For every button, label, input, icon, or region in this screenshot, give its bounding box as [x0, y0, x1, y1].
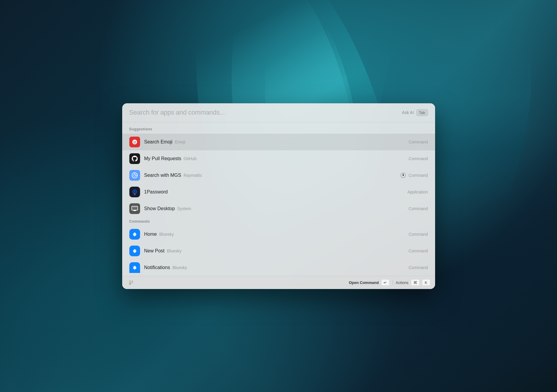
footer-bar: Open Command ↵ Actions ⌘ K [122, 276, 435, 289]
onepassword-icon [129, 187, 140, 197]
result-item-notifications[interactable]: Notifications Bluesky Command [122, 259, 435, 276]
bluesky-home-icon [129, 229, 140, 240]
search-right-controls: Ask AI Tab [402, 109, 428, 116]
svg-rect-22 [136, 207, 137, 208]
bluesky-notifications-icon [129, 262, 140, 273]
svg-line-25 [130, 284, 131, 285]
footer-actions-label: Actions [396, 280, 409, 285]
footer-k-kbd: K [422, 279, 430, 286]
result-text-pull-requests: My Pull Requests GitHub [144, 156, 404, 161]
search-input[interactable]: Search for apps and commands... [129, 109, 398, 116]
ask-ai-label[interactable]: Ask AI [402, 110, 414, 115]
result-type-search-mgs: Command [400, 172, 428, 178]
result-item-home[interactable]: Home Bluesky Command [122, 226, 435, 243]
svg-rect-17 [132, 207, 137, 210]
raymattic-icon [129, 170, 140, 181]
commands-section-label: Commands [122, 219, 435, 226]
footer-open-command-label: Open Command [349, 280, 378, 285]
result-type-search-emoji: Command [409, 140, 428, 144]
result-text-home: Home Bluesky [144, 232, 404, 237]
tab-badge[interactable]: Tab [416, 109, 428, 116]
result-type-show-desktop: Command [409, 206, 428, 211]
result-name: Search Emoji [144, 139, 173, 145]
spotlight-window: Search for apps and commands... Ask AI T… [122, 103, 435, 289]
result-subtitle: Bluesky [167, 249, 181, 253]
result-subtitle: System [177, 206, 191, 211]
result-item-1password[interactable]: 1Password Application [122, 184, 435, 200]
bluesky-new-post-icon [129, 246, 140, 256]
result-type-home: Command [409, 232, 428, 237]
result-name: 1Password [144, 189, 168, 195]
svg-point-9 [403, 175, 404, 176]
footer-cmd-kbd: ⌘ [411, 279, 420, 286]
suggestions-section-label: Suggestions [122, 127, 435, 134]
result-subtitle: GitHub [184, 156, 197, 161]
result-name: My Pull Requests [144, 156, 181, 161]
result-name: Home [144, 232, 157, 237]
svg-rect-20 [133, 207, 134, 208]
svg-point-2 [134, 141, 134, 142]
result-name: Show Desktop [144, 206, 175, 211]
result-item-search-emoji[interactable]: Search Emoji Emoji Command [122, 134, 435, 150]
emoji-icon [129, 137, 140, 147]
result-name: Search with MGS [144, 173, 181, 178]
result-text-search-emoji: Search Emoji Emoji [144, 139, 404, 145]
result-subtitle: Bluesky [159, 232, 174, 237]
result-type-new-post: Command [409, 249, 428, 253]
svg-marker-10 [403, 173, 404, 175]
svg-rect-21 [134, 207, 135, 208]
result-name: New Post [144, 248, 165, 254]
result-item-new-post[interactable]: New Post Bluesky Command [122, 243, 435, 259]
svg-point-3 [135, 141, 136, 142]
compass-type-icon [400, 172, 406, 178]
result-type-notifications: Command [409, 265, 428, 270]
result-type-pull-requests: Command [409, 156, 428, 161]
footer-mic-icon[interactable] [127, 278, 135, 287]
search-bar: Search for apps and commands... Ask AI T… [122, 103, 435, 122]
result-type-1password: Application [407, 190, 428, 194]
footer-divider [392, 280, 393, 285]
result-text-search-mgs: Search with MGS Raymattic [144, 173, 396, 178]
result-subtitle: Bluesky [173, 265, 187, 270]
result-subtitle: Emoji [175, 140, 185, 144]
footer-enter-kbd: ↵ [381, 279, 390, 286]
svg-point-1 [132, 140, 137, 144]
system-icon [129, 203, 140, 214]
result-name: Notifications [144, 265, 170, 270]
result-text-new-post: New Post Bluesky [144, 248, 404, 254]
result-item-my-pull-requests[interactable]: My Pull Requests GitHub Command [122, 150, 435, 167]
result-text-notifications: Notifications Bluesky [144, 265, 404, 270]
svg-point-5 [134, 174, 136, 176]
result-item-search-mgs[interactable]: Search with MGS Raymattic Command [122, 167, 435, 184]
result-text-show-desktop: Show Desktop System [144, 206, 404, 211]
result-item-show-desktop[interactable]: Show Desktop System Command [122, 200, 435, 217]
results-container: Suggestions Search Emoji Emoji Command [122, 122, 435, 276]
result-text-1password: 1Password [144, 189, 404, 195]
github-icon [129, 153, 140, 164]
svg-point-13 [134, 191, 135, 192]
result-subtitle: Raymattic [184, 173, 202, 178]
